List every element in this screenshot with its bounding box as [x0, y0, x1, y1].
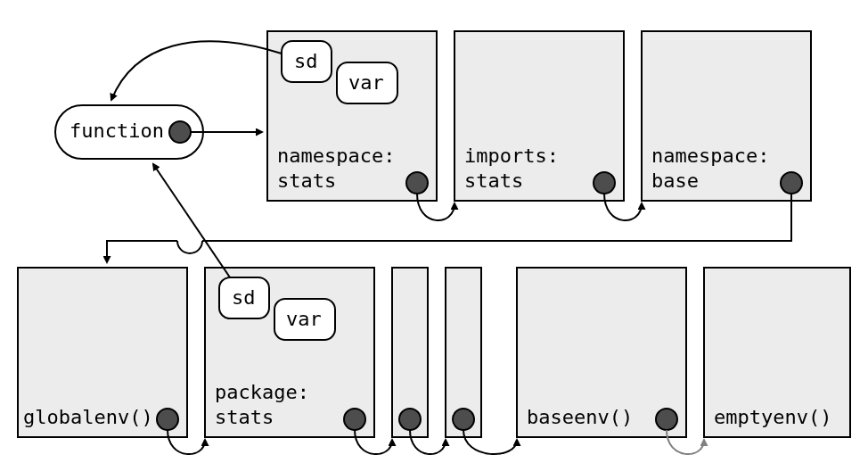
box-ellipsis-2 [446, 268, 481, 437]
arrow-pkgsd-to-function [153, 164, 230, 277]
box-package-stats: package: stats sd var [205, 268, 374, 437]
label-baseenv: baseenv() [527, 406, 633, 428]
box-emptyenv: emptyenv() [704, 268, 850, 437]
label-namespace-stats-2: stats [277, 169, 336, 192]
label-function: function [70, 120, 164, 142]
box-namespace-stats: namespace: stats sd var [267, 31, 437, 201]
dot-globalenv [157, 409, 178, 430]
dot-imports-stats [594, 172, 615, 194]
dot-ellipsis-2 [453, 409, 474, 430]
label-namespace-base-1: namespace: [651, 145, 769, 167]
dot-package-stats [344, 409, 365, 430]
inner-sd-top: sd [294, 50, 318, 72]
label-emptyenv: emptyenv() [714, 406, 831, 428]
arrow-sd-to-function [111, 41, 282, 100]
box-namespace-base: namespace: base [642, 31, 811, 201]
environment-diagram: namespace: stats sd var imports: stats n… [0, 0, 868, 463]
label-imports-stats-2: stats [464, 169, 523, 192]
dot-baseenv [656, 409, 677, 430]
label-package-stats-1: package: [215, 381, 309, 403]
inner-var-top: var [348, 71, 384, 94]
label-package-stats-2: stats [215, 406, 274, 428]
inner-sd-bottom: sd [232, 286, 256, 309]
box-imports-stats: imports: stats [454, 31, 624, 201]
label-namespace-base-2: base [651, 169, 699, 192]
dot-namespace-base [781, 172, 802, 194]
box-globalenv: globalenv() [18, 268, 187, 437]
label-globalenv: globalenv() [23, 406, 153, 428]
arrow-nsbase-to-globalenv [107, 194, 791, 262]
label-imports-stats-1: imports: [464, 145, 559, 167]
box-baseenv: baseenv() [517, 268, 686, 437]
dot-ellipsis-1 [399, 409, 421, 430]
box-ellipsis-1 [392, 268, 428, 437]
dot-function [169, 121, 191, 143]
function-capsule: function [55, 105, 203, 159]
label-namespace-stats-1: namespace: [277, 145, 395, 167]
inner-var-bottom: var [286, 308, 322, 330]
dot-namespace-stats [406, 172, 428, 194]
